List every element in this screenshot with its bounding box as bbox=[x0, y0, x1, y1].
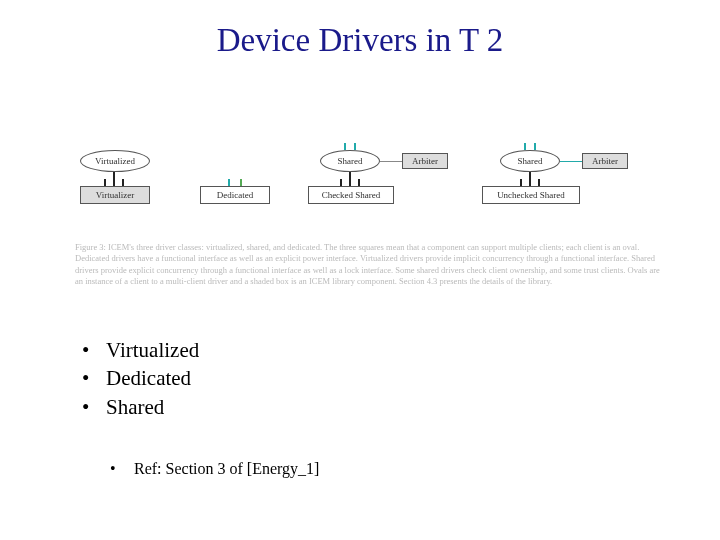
box-virtualizer-label: Virtualizer bbox=[96, 190, 134, 200]
bullet-item-dedicated: • Dedicated bbox=[82, 364, 199, 392]
oval-virtualized: Virtualized bbox=[80, 150, 150, 172]
slide-title: Device Drivers in T 2 bbox=[0, 22, 720, 59]
bullet-dot-icon: • bbox=[82, 393, 106, 421]
figure-diagram: Virtualized Virtualizer Dedicated Shared… bbox=[70, 150, 670, 240]
box-arbiter-2: Arbiter bbox=[582, 153, 628, 169]
oval-shared-2-label: Shared bbox=[518, 156, 543, 166]
box-virtualizer: Virtualizer bbox=[80, 186, 150, 204]
sub-bullet-ref: • Ref: Section 3 of [Energy_1] bbox=[110, 460, 319, 478]
oval-shared-1: Shared bbox=[320, 150, 380, 172]
box-arbiter-1-label: Arbiter bbox=[412, 156, 438, 166]
bullet-label: Dedicated bbox=[106, 364, 191, 392]
figure-caption: Figure 3: ICEM's three driver classes: v… bbox=[75, 242, 665, 288]
bullet-dot-icon: • bbox=[82, 336, 106, 364]
sub-bullet-label: Ref: Section 3 of [Energy_1] bbox=[134, 460, 319, 477]
bullet-dot-icon: • bbox=[82, 364, 106, 392]
bullet-dot-icon: • bbox=[110, 460, 130, 478]
box-dedicated: Dedicated bbox=[200, 186, 270, 204]
bullet-label: Virtualized bbox=[106, 336, 199, 364]
bullet-list: • Virtualized • Dedicated • Shared bbox=[82, 336, 199, 421]
box-checked-shared: Checked Shared bbox=[308, 186, 394, 204]
oval-shared-1-label: Shared bbox=[338, 156, 363, 166]
box-arbiter-1: Arbiter bbox=[402, 153, 448, 169]
oval-shared-2: Shared bbox=[500, 150, 560, 172]
bullet-item-shared: • Shared bbox=[82, 393, 199, 421]
bullet-item-virtualized: • Virtualized bbox=[82, 336, 199, 364]
bullet-label: Shared bbox=[106, 393, 164, 421]
box-unchecked-shared-label: Unchecked Shared bbox=[497, 190, 565, 200]
box-arbiter-2-label: Arbiter bbox=[592, 156, 618, 166]
box-checked-shared-label: Checked Shared bbox=[322, 190, 381, 200]
oval-virtualized-label: Virtualized bbox=[95, 156, 135, 166]
box-dedicated-label: Dedicated bbox=[217, 190, 253, 200]
box-unchecked-shared: Unchecked Shared bbox=[482, 186, 580, 204]
